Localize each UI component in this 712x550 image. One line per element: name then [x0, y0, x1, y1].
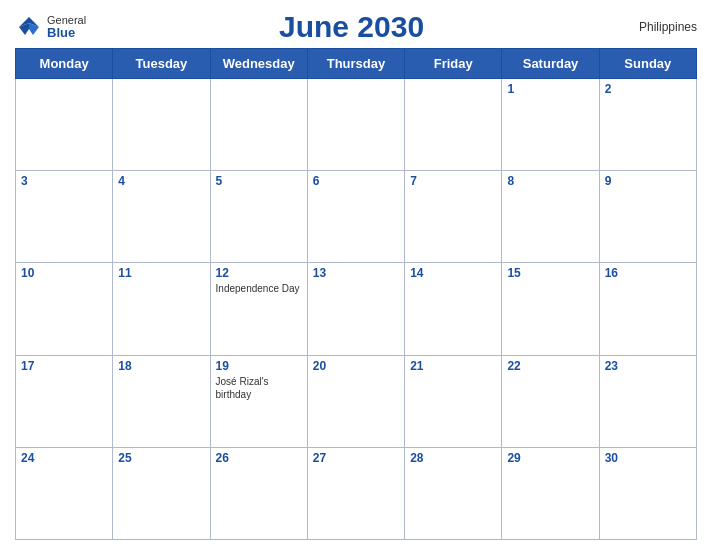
- day-number: 24: [21, 451, 107, 465]
- day-number: 26: [216, 451, 302, 465]
- calendar-cell: [113, 79, 210, 171]
- day-number: 15: [507, 266, 593, 280]
- day-number: 11: [118, 266, 204, 280]
- day-number: 7: [410, 174, 496, 188]
- calendar-header: General Blue June 2030 Philippines: [15, 10, 697, 44]
- day-number: 28: [410, 451, 496, 465]
- weekday-header-friday: Friday: [405, 49, 502, 79]
- weekday-header-sunday: Sunday: [599, 49, 696, 79]
- day-number: 3: [21, 174, 107, 188]
- logo-blue: Blue: [47, 26, 86, 39]
- calendar-cell: 19José Rizal's birthday: [210, 355, 307, 447]
- holiday-text: Independence Day: [216, 282, 302, 295]
- calendar-cell: 13: [307, 263, 404, 355]
- day-number: 29: [507, 451, 593, 465]
- day-number: 21: [410, 359, 496, 373]
- calendar-cell: 28: [405, 447, 502, 539]
- day-number: 16: [605, 266, 691, 280]
- calendar-cell: [307, 79, 404, 171]
- day-number: 4: [118, 174, 204, 188]
- calendar-week-row: 12: [16, 79, 697, 171]
- calendar-cell: 2: [599, 79, 696, 171]
- day-number: 25: [118, 451, 204, 465]
- day-number: 14: [410, 266, 496, 280]
- day-number: 18: [118, 359, 204, 373]
- logo: General Blue: [15, 13, 86, 41]
- calendar-cell: [210, 79, 307, 171]
- calendar-cell: 25: [113, 447, 210, 539]
- calendar-week-row: 3456789: [16, 171, 697, 263]
- calendar-cell: 26: [210, 447, 307, 539]
- day-number: 6: [313, 174, 399, 188]
- day-number: 30: [605, 451, 691, 465]
- day-number: 23: [605, 359, 691, 373]
- calendar-week-row: 171819José Rizal's birthday20212223: [16, 355, 697, 447]
- calendar-table: MondayTuesdayWednesdayThursdayFridaySatu…: [15, 48, 697, 540]
- holiday-text: José Rizal's birthday: [216, 375, 302, 401]
- calendar-cell: 24: [16, 447, 113, 539]
- day-number: 19: [216, 359, 302, 373]
- weekday-header-saturday: Saturday: [502, 49, 599, 79]
- calendar-cell: 10: [16, 263, 113, 355]
- day-number: 13: [313, 266, 399, 280]
- calendar-cell: 17: [16, 355, 113, 447]
- day-number: 1: [507, 82, 593, 96]
- calendar-cell: 14: [405, 263, 502, 355]
- calendar-cell: [16, 79, 113, 171]
- logo-bird-icon: [15, 13, 43, 41]
- calendar-cell: 5: [210, 171, 307, 263]
- calendar-cell: [405, 79, 502, 171]
- calendar-cell: 6: [307, 171, 404, 263]
- calendar-cell: 15: [502, 263, 599, 355]
- logo-text: General Blue: [47, 15, 86, 39]
- calendar-cell: 20: [307, 355, 404, 447]
- calendar-cell: 18: [113, 355, 210, 447]
- day-number: 22: [507, 359, 593, 373]
- calendar-cell: 7: [405, 171, 502, 263]
- day-number: 8: [507, 174, 593, 188]
- calendar-title: June 2030: [86, 10, 617, 44]
- calendar-cell: 4: [113, 171, 210, 263]
- calendar-week-row: 24252627282930: [16, 447, 697, 539]
- calendar-cell: 21: [405, 355, 502, 447]
- weekday-header-monday: Monday: [16, 49, 113, 79]
- calendar-cell: 11: [113, 263, 210, 355]
- calendar-cell: 29: [502, 447, 599, 539]
- day-number: 2: [605, 82, 691, 96]
- country-label: Philippines: [617, 20, 697, 34]
- calendar-cell: 12Independence Day: [210, 263, 307, 355]
- day-number: 27: [313, 451, 399, 465]
- calendar-cell: 8: [502, 171, 599, 263]
- weekday-header-row: MondayTuesdayWednesdayThursdayFridaySatu…: [16, 49, 697, 79]
- weekday-header-thursday: Thursday: [307, 49, 404, 79]
- calendar-cell: 1: [502, 79, 599, 171]
- calendar-cell: 23: [599, 355, 696, 447]
- calendar-cell: 22: [502, 355, 599, 447]
- calendar-cell: 9: [599, 171, 696, 263]
- day-number: 9: [605, 174, 691, 188]
- calendar-cell: 30: [599, 447, 696, 539]
- weekday-header-wednesday: Wednesday: [210, 49, 307, 79]
- day-number: 17: [21, 359, 107, 373]
- day-number: 20: [313, 359, 399, 373]
- day-number: 12: [216, 266, 302, 280]
- day-number: 5: [216, 174, 302, 188]
- day-number: 10: [21, 266, 107, 280]
- weekday-header-tuesday: Tuesday: [113, 49, 210, 79]
- calendar-week-row: 101112Independence Day13141516: [16, 263, 697, 355]
- calendar-cell: 16: [599, 263, 696, 355]
- calendar-cell: 3: [16, 171, 113, 263]
- calendar-cell: 27: [307, 447, 404, 539]
